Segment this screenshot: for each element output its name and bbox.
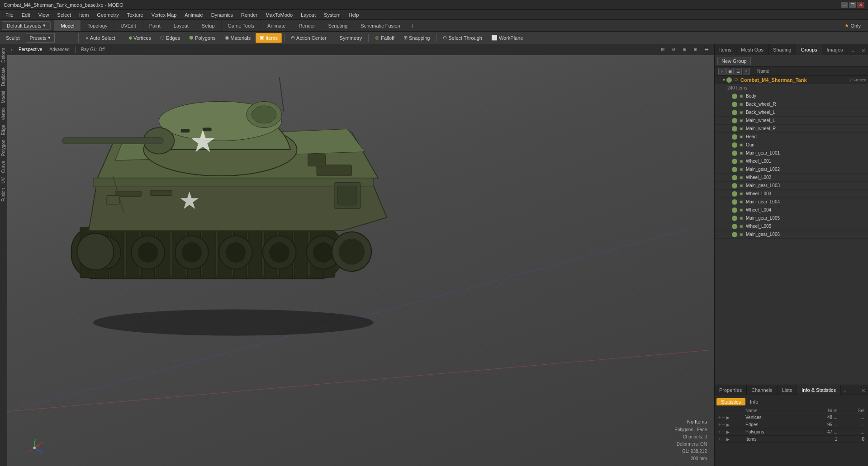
only-button[interactable]: ★ Only <box>841 22 864 29</box>
item-row[interactable]: ▣ Body <box>715 92 868 100</box>
item-visibility-dot[interactable] <box>732 175 737 180</box>
polygons-button[interactable]: ⬢ Polygons <box>185 33 219 43</box>
item-row[interactable]: 240 Items <box>715 84 868 92</box>
item-row[interactable]: ▣ Main_gear_L004 <box>715 198 868 206</box>
mode-tab-add[interactable]: + <box>407 21 418 31</box>
viewport-toggle-icon[interactable]: ▸ <box>11 47 13 52</box>
bp-panel-close[interactable]: ✕ <box>859 387 868 395</box>
mode-tab-layout[interactable]: Layout <box>167 20 195 31</box>
edges-button[interactable]: ⬡ Edges <box>156 33 184 43</box>
mode-tab-schematic[interactable]: Schematic Fusion <box>354 20 407 31</box>
stat-expand-plus[interactable]: + <box>718 415 721 420</box>
action-center-button[interactable]: ⊕ Action Center <box>287 33 331 43</box>
new-group-button[interactable]: New Group <box>717 57 751 65</box>
sidebar-tab-model[interactable]: Model <box>0 89 7 105</box>
snapping-button[interactable]: ⊞ Snapping <box>399 33 434 43</box>
item-list[interactable]: ▼ ⬡ Combat_M4_Sherman_Tank 2 Freeze 240 … <box>715 76 868 385</box>
stat-expand-minus[interactable]: − <box>722 437 725 442</box>
mode-tab-gametools[interactable]: Game Tools <box>222 20 261 31</box>
auto-select-button[interactable]: ● Auto Select <box>81 33 119 43</box>
item-visibility-dot[interactable] <box>732 232 737 237</box>
item-row[interactable]: ▣ Wheel_L004 <box>715 206 868 214</box>
viewport-menu-icon[interactable]: ☰ <box>703 47 711 52</box>
item-visibility-dot[interactable] <box>732 142 737 148</box>
stat-expand-arrow[interactable]: ▶ <box>726 437 730 442</box>
vertices-button[interactable]: ◆ Vertices <box>124 33 155 43</box>
item-row[interactable]: ▣ Back_wheel_R <box>715 100 868 108</box>
menu-item[interactable]: Item <box>76 11 92 19</box>
col-icon-3[interactable]: ☰ <box>735 68 742 75</box>
sculpt-button[interactable]: Sculpt <box>2 33 24 43</box>
item-row[interactable]: ▣ Wheel_L003 <box>715 190 868 198</box>
bp-tab-channels[interactable]: Channels <box>747 385 777 395</box>
item-row[interactable]: ▣ Wheel_L002 <box>715 174 868 182</box>
bp-tab-info[interactable]: Info & Statistics <box>797 385 841 395</box>
mode-tab-topology[interactable]: Topology <box>81 20 114 31</box>
stat-expand-plus[interactable]: + <box>718 422 721 427</box>
item-visibility-dot[interactable] <box>732 199 737 205</box>
rp-tab-images[interactable]: Images <box>822 44 848 55</box>
menu-geometry[interactable]: Geometry <box>93 11 122 19</box>
item-visibility-dot[interactable] <box>732 191 737 197</box>
item-row[interactable]: ▣ Main_gear_L001 <box>715 149 868 157</box>
minimize-button[interactable]: — <box>841 2 848 8</box>
mode-tab-scripting[interactable]: Scripting <box>322 20 355 31</box>
viewport-perspective-btn[interactable]: Perspective <box>17 47 44 52</box>
sidebar-tab-vertex[interactable]: Vertex <box>0 106 7 122</box>
menu-system[interactable]: System <box>320 11 344 19</box>
sidebar-tab-uv[interactable]: UV <box>0 175 7 185</box>
item-row[interactable]: ▣ Back_wheel_L <box>715 108 868 117</box>
item-row[interactable]: ▣ Wheel_L001 <box>715 157 868 165</box>
sidebar-tab-polygon[interactable]: Polygon <box>0 138 7 158</box>
mode-tab-uvedit[interactable]: UVEdit <box>114 20 142 31</box>
bp-tab-add[interactable]: + <box>841 387 849 395</box>
stat-expand-minus[interactable]: − <box>722 422 725 427</box>
viewport-raygl-btn[interactable]: Ray GL: Off <box>79 47 107 52</box>
stat-expand-arrow[interactable]: ▶ <box>726 430 730 434</box>
item-row[interactable]: ▣ Gun <box>715 141 868 149</box>
tank-viewport-area[interactable]: ★ ★ No Items <box>7 55 714 466</box>
item-visibility-dot[interactable] <box>732 102 737 107</box>
falloff-button[interactable]: ◎ Falloff <box>371 33 398 43</box>
mode-tab-model[interactable]: Model <box>54 20 81 31</box>
item-visibility-dot[interactable] <box>732 216 737 221</box>
viewport-grid-icon[interactable]: ⊞ <box>659 47 666 52</box>
bp-tab-properties[interactable]: Properties <box>715 385 747 395</box>
workplane-button[interactable]: ⬜ WorkPlane <box>487 33 527 43</box>
item-visibility-dot[interactable] <box>732 159 737 164</box>
menu-view[interactable]: View <box>35 11 53 19</box>
stat-expand-minus[interactable]: − <box>722 415 725 420</box>
item-visibility-dot[interactable] <box>732 207 737 213</box>
item-visibility-dot[interactable] <box>732 167 737 172</box>
col-icon-2[interactable]: ▣ <box>726 68 734 75</box>
menu-edit[interactable]: Edit <box>18 11 34 19</box>
symmetry-button[interactable]: Symmetry <box>336 33 366 43</box>
item-visibility-dot[interactable] <box>732 224 737 229</box>
close-button[interactable]: ✕ <box>857 2 864 8</box>
item-visibility-dot[interactable] <box>732 183 737 188</box>
item-row[interactable]: ▣ Main_gear_L005 <box>715 214 868 222</box>
stats-tab-info[interactable]: Info <box>745 398 763 405</box>
items-button[interactable]: ▣ Items <box>256 33 282 43</box>
item-row[interactable]: ▣ Head <box>715 133 868 141</box>
mode-tab-animate[interactable]: Animate <box>261 20 292 31</box>
layouts-dropdown[interactable]: Default Layouts ▾ <box>2 21 51 30</box>
item-visibility-dot[interactable] <box>732 118 737 123</box>
item-row[interactable]: ▣ Main_wheel_L <box>715 117 868 125</box>
mode-tab-render[interactable]: Render <box>292 20 322 31</box>
sidebar-tab-duplicate[interactable]: Duplicate <box>0 66 7 88</box>
menu-render[interactable]: Render <box>237 11 261 19</box>
item-visibility-dot[interactable] <box>732 134 737 140</box>
menu-maxtomodo[interactable]: MaxToModo <box>262 11 296 19</box>
menu-layout[interactable]: Layout <box>297 11 319 19</box>
mode-tab-paint[interactable]: Paint <box>143 20 167 31</box>
stat-expand-plus[interactable]: + <box>718 429 721 434</box>
menu-help[interactable]: Help <box>345 11 363 19</box>
maximize-button[interactable]: ❐ <box>849 2 856 8</box>
viewport[interactable]: ▸ Perspective Advanced Ray GL: Off ⊞ ↺ ⊕… <box>7 44 714 466</box>
sidebar-tab-deform[interactable]: Deform <box>0 46 7 65</box>
menu-select[interactable]: Select <box>53 11 75 19</box>
presets-button[interactable]: Presets ▾ <box>26 33 55 43</box>
materials-button[interactable]: ◉ Materials <box>221 33 255 43</box>
item-row[interactable]: ▣ Main_gear_L006 <box>715 231 868 239</box>
